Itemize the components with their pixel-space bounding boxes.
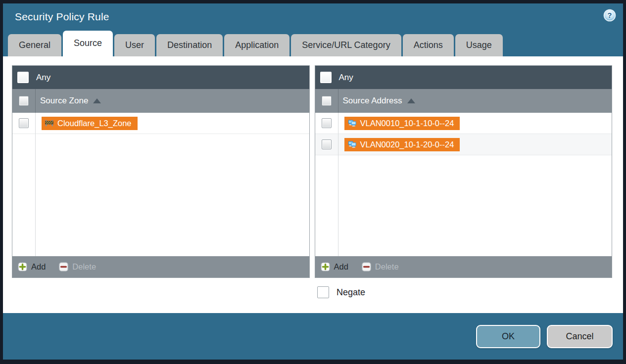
source-address-select-all-checkbox[interactable]: [322, 96, 332, 106]
minus-icon: [59, 262, 68, 272]
table-row[interactable]: Cloudflare_L3_Zone: [12, 113, 309, 134]
ok-button[interactable]: OK: [476, 325, 540, 348]
negate-row: Negate: [317, 286, 614, 298]
security-policy-rule-dialog: Security Policy Rule ? GeneralSourceUser…: [0, 0, 626, 364]
add-button-label: Add: [31, 262, 46, 272]
sort-ascending-icon: [93, 98, 101, 103]
tab-general[interactable]: General: [8, 34, 61, 56]
object-name: VLAN0020_10-1-20-0--24: [360, 140, 454, 149]
source-zone-column-header[interactable]: Source Zone: [12, 89, 309, 113]
object-chip[interactable]: Cloudflare_L3_Zone: [42, 117, 138, 130]
source-address-add-button[interactable]: Add: [321, 262, 348, 272]
panels-container: Any Source Zone Cloudflare_L3_Zone Add: [12, 65, 614, 278]
delete-button-label: Delete: [375, 262, 399, 272]
zone-icon: [45, 120, 53, 127]
cancel-button[interactable]: Cancel: [547, 325, 613, 348]
dialog-footer: OK Cancel: [3, 313, 623, 360]
tab-user[interactable]: User: [114, 34, 155, 56]
object-chip[interactable]: VLAN0010_10-1-10-0--24: [344, 117, 460, 130]
add-button-label: Add: [334, 262, 348, 272]
object-chip[interactable]: VLAN0020_10-1-20-0--24: [344, 138, 460, 151]
source-address-list: VLAN0010_10-1-10-0--24VLAN0020_10-1-20-0…: [315, 113, 612, 256]
minus-icon: [362, 262, 371, 272]
dialog-titlebar: Security Policy Rule ?: [3, 3, 623, 30]
source-address-column-header[interactable]: Source Address: [315, 89, 612, 113]
row-checkbox-cell: [12, 118, 35, 128]
address-icon: [348, 120, 356, 127]
table-row[interactable]: VLAN0010_10-1-10-0--24: [315, 113, 612, 134]
negate-label: Negate: [337, 287, 365, 298]
delete-button-label: Delete: [72, 262, 96, 272]
tab-destination[interactable]: Destination: [156, 34, 223, 56]
tab-application[interactable]: Application: [224, 34, 289, 56]
row-checkbox[interactable]: [322, 118, 332, 128]
help-icon[interactable]: ?: [603, 9, 616, 22]
source-zone-panel: Any Source Zone Cloudflare_L3_Zone Add: [12, 65, 310, 278]
object-name: Cloudflare_L3_Zone: [57, 119, 132, 128]
source-zone-column-title: Source Zone: [40, 96, 88, 106]
source-zone-list: Cloudflare_L3_Zone: [12, 113, 309, 256]
plus-icon: [18, 262, 27, 272]
tab-usage[interactable]: Usage: [455, 34, 503, 56]
sort-ascending-icon: [407, 98, 415, 103]
source-address-any-bar: Any: [315, 66, 612, 89]
row-checkbox[interactable]: [19, 118, 29, 128]
source-address-any-label: Any: [339, 73, 353, 83]
source-address-delete-button[interactable]: Delete: [362, 262, 399, 272]
source-zone-select-all-checkbox[interactable]: [19, 96, 29, 106]
source-zone-any-label: Any: [36, 73, 50, 83]
source-zone-delete-button[interactable]: Delete: [59, 262, 96, 272]
tab-bar: GeneralSourceUserDestinationApplicationS…: [3, 30, 623, 56]
source-address-panel: Any Source Address VLAN0010_10-1-10-0--2…: [315, 65, 613, 278]
plus-icon: [321, 262, 330, 272]
source-zone-any-bar: Any: [12, 66, 309, 89]
source-tab-content: Any Source Zone Cloudflare_L3_Zone Add: [3, 56, 623, 313]
row-checkbox-cell: [315, 118, 338, 128]
row-checkbox-cell: [315, 139, 338, 149]
source-address-column-title: Source Address: [343, 96, 402, 106]
row-checkbox[interactable]: [322, 139, 332, 149]
tab-source[interactable]: Source: [63, 31, 113, 56]
tab-service-url-category[interactable]: Service/URL Category: [291, 34, 401, 56]
source-zone-toolbar: Add Delete: [12, 256, 309, 277]
source-address-any-checkbox[interactable]: [320, 72, 332, 83]
source-zone-add-button[interactable]: Add: [18, 262, 46, 272]
object-name: VLAN0010_10-1-10-0--24: [360, 119, 454, 128]
source-zone-any-checkbox[interactable]: [17, 72, 29, 83]
table-row[interactable]: VLAN0020_10-1-20-0--24: [315, 134, 612, 155]
dialog-title: Security Policy Rule: [15, 11, 109, 23]
negate-checkbox[interactable]: [317, 286, 329, 298]
source-address-toolbar: Add Delete: [315, 256, 612, 277]
address-icon: [348, 141, 356, 148]
svg-text:?: ?: [608, 11, 612, 19]
tab-actions[interactable]: Actions: [403, 34, 454, 56]
